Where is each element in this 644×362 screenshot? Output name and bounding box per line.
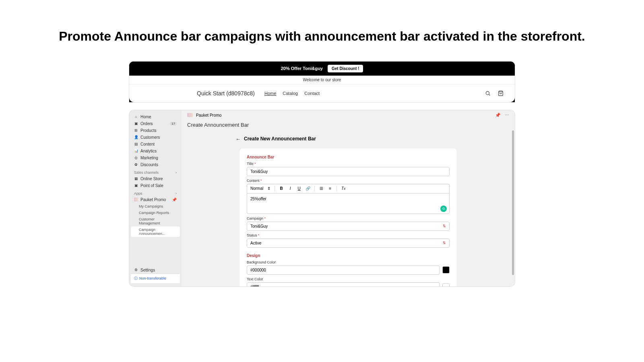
welcome-strip: Welcome to our store [129, 76, 515, 84]
bg-color-input[interactable] [247, 265, 440, 275]
content-section: ← Create New Announcement Bar Announce B… [182, 133, 515, 286]
bg-color-swatch[interactable] [442, 266, 450, 274]
page-title: Create Announcement Bar [182, 120, 515, 133]
nav-home[interactable]: Home [264, 91, 276, 96]
orders-badge: 17 [170, 122, 177, 125]
sidebar: ⌂Home ▣Orders17 ⊞Products 👤Customers ▤Co… [129, 110, 182, 286]
back-arrow-icon[interactable]: ← [235, 136, 241, 142]
svg-line-1 [489, 94, 490, 95]
apps-section: Apps› [131, 189, 180, 196]
announcement-bar: 20% Offer Toni&guy Get Discount ! [129, 62, 515, 76]
more-icon[interactable]: ⋯ [505, 113, 509, 118]
app-logo-icon [187, 113, 193, 117]
title-label: Title * [247, 162, 450, 166]
sidebar-campaign-announcement[interactable]: Campaign Announcemen... [131, 226, 180, 237]
store-name: Quick Start (d80978c8) [197, 90, 255, 97]
discounts-icon: ✿ [134, 162, 138, 167]
sidebar-pos[interactable]: ▣Point of Sale [131, 182, 180, 189]
analytics-icon: 📊 [134, 149, 138, 153]
home-icon: ⌂ [134, 115, 138, 119]
bg-color-label: Background Color [247, 260, 450, 264]
title-input[interactable] [247, 167, 450, 176]
search-icon[interactable] [485, 90, 491, 96]
grammarly-icon[interactable]: G [440, 206, 447, 212]
announce-text: 20% Offer Toni&guy [281, 66, 323, 71]
text-color-swatch[interactable] [442, 283, 450, 286]
app-header: Pauket Promo 📌 ⋯ [182, 110, 515, 120]
sidebar-cust-mgmt[interactable]: Customer Management [131, 216, 180, 226]
select-caret-icon: ⇅ [443, 241, 446, 245]
main-area: Pauket Promo 📌 ⋯ Create Announcement Bar… [182, 110, 515, 286]
non-transferable-notice[interactable]: ⓘNon-transferable [131, 274, 180, 283]
sidebar-orders[interactable]: ▣Orders17 [131, 120, 180, 127]
chevron-right-icon[interactable]: › [175, 171, 177, 175]
text-color-input[interactable] [247, 282, 440, 286]
sales-channels-section: Sales channels› [131, 168, 180, 175]
sidebar-customers[interactable]: 👤Customers [131, 134, 180, 141]
italic-button[interactable]: I [288, 186, 293, 191]
admin-panel: ⌂Home ▣Orders17 ⊞Products 👤Customers ▤Co… [129, 110, 515, 287]
sidebar-discounts[interactable]: ✿Discounts [131, 161, 180, 168]
content-label: Content * [247, 179, 450, 183]
scrollbar-thumb[interactable] [512, 130, 514, 275]
products-icon: ⊞ [134, 128, 138, 132]
content-icon: ▤ [134, 142, 138, 146]
format-select[interactable]: Normal [250, 186, 263, 191]
sidebar-reports[interactable]: Campaign Reports [131, 210, 180, 216]
customers-icon: 👤 [134, 135, 138, 139]
design-section-label: Design [247, 253, 450, 258]
nav-catalog[interactable]: Catalog [283, 91, 298, 96]
sidebar-content[interactable]: ▤Content [131, 141, 180, 148]
campaign-select[interactable]: Toni&Guy⇅ [247, 222, 450, 231]
store-icon: ▦ [134, 177, 138, 181]
nav-contact[interactable]: Contact [304, 91, 320, 96]
text-color-label: Text Color [247, 277, 450, 281]
sidebar-pauket[interactable]: Pauket Promo📌 [131, 196, 180, 203]
sidebar-products[interactable]: ⊞Products [131, 127, 180, 134]
format-caret-icon[interactable]: ⇕ [267, 186, 270, 191]
storefront-preview: 20% Offer Toni&guy Get Discount ! Welcom… [129, 61, 515, 103]
sidebar-settings[interactable]: ⚙Settings [131, 267, 180, 274]
chevron-right-icon[interactable]: › [175, 191, 177, 195]
sidebar-analytics[interactable]: 📊Analytics [131, 148, 180, 154]
marketing-icon: ◎ [134, 156, 138, 160]
sidebar-my-campaigns[interactable]: My Campaigns [131, 203, 180, 210]
pos-icon: ▣ [134, 183, 138, 187]
section-title: Create New Announcement Bar [244, 136, 316, 142]
gear-icon: ⚙ [134, 268, 138, 272]
select-caret-icon: ⇅ [443, 224, 446, 228]
bold-button[interactable]: B [279, 186, 284, 191]
pin-icon[interactable]: 📌 [495, 113, 501, 118]
editor-toolbar: Normal ⇕ B I U 🔗 ☰ ≡ Tx [247, 184, 450, 193]
sidebar-online-store[interactable]: ▦Online Store [131, 175, 180, 182]
info-icon: ⓘ [134, 276, 138, 281]
underline-button[interactable]: U [297, 186, 301, 191]
pin-icon[interactable]: 📌 [172, 197, 177, 202]
store-header: Quick Start (d80978c8) Home Catalog Cont… [129, 84, 515, 102]
get-discount-button[interactable]: Get Discount ! [328, 65, 363, 72]
app-name: Pauket Promo [196, 113, 221, 117]
bullet-list-button[interactable]: ☰ [319, 186, 324, 191]
link-button[interactable]: 🔗 [305, 186, 310, 191]
hero-title: Promote Announce bar campaigns with anno… [0, 0, 644, 61]
campaign-label: Campaign * [247, 216, 450, 220]
store-nav: Home Catalog Contact [264, 91, 320, 96]
status-select[interactable]: Active⇅ [247, 239, 450, 248]
numbered-list-button[interactable]: ≡ [328, 186, 332, 191]
clear-format-button[interactable]: Tx [341, 186, 346, 191]
orders-icon: ▣ [134, 121, 138, 125]
cart-icon[interactable] [498, 90, 504, 96]
content-editor[interactable]: 25%offer G [247, 193, 450, 214]
svg-point-0 [486, 91, 489, 95]
status-label: Status * [247, 233, 450, 237]
announce-section-label: Announce Bar [247, 155, 450, 159]
sidebar-marketing[interactable]: ◎Marketing [131, 154, 180, 161]
sidebar-home[interactable]: ⌂Home [131, 113, 180, 120]
pauket-icon [134, 197, 138, 202]
announcement-form: Announce Bar Title * Content * Normal ⇕ … [239, 148, 457, 286]
